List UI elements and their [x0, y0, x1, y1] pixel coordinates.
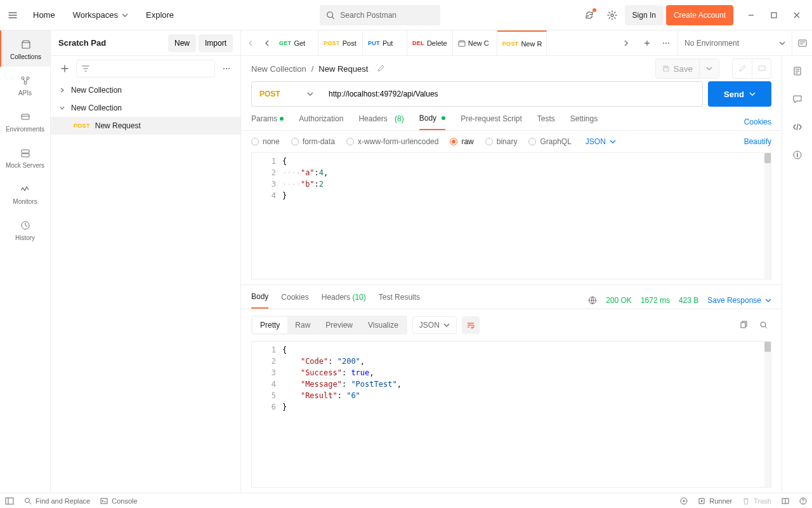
- sidebar-toggle-button[interactable]: [5, 497, 14, 505]
- request-tab[interactable]: PUTPut: [363, 30, 407, 55]
- body-type-raw[interactable]: raw: [450, 137, 473, 146]
- info-button[interactable]: [787, 145, 808, 165]
- tab-settings[interactable]: Settings: [570, 114, 598, 130]
- breadcrumb: New Collection / New Request Save: [241, 56, 782, 81]
- comment-icon-button[interactable]: [752, 59, 771, 78]
- two-pane-button[interactable]: [782, 497, 789, 505]
- documentation-button[interactable]: [787, 61, 808, 81]
- code-snippet-button[interactable]: [787, 117, 808, 137]
- request-tab[interactable]: DELDelete: [407, 30, 453, 55]
- hamburger-menu-button[interactable]: [3, 5, 23, 25]
- trash-button[interactable]: Trash: [742, 497, 771, 505]
- rail-apis[interactable]: APIs: [0, 67, 50, 103]
- response-tab-headers[interactable]: Headers (10): [322, 293, 366, 308]
- rail-history[interactable]: History: [0, 211, 50, 248]
- tab-params[interactable]: Params: [251, 114, 284, 130]
- copy-response-button[interactable]: [736, 318, 751, 333]
- filter-input[interactable]: [76, 60, 215, 77]
- collections-options-button[interactable]: [218, 60, 235, 77]
- runner-button[interactable]: Runner: [698, 497, 732, 505]
- editor-scrollbar[interactable]: [764, 153, 771, 279]
- collection-row[interactable]: New Collection: [51, 99, 240, 117]
- request-body-editor[interactable]: 1234 { ····"a":4, ····"b":2 }: [251, 152, 771, 279]
- tabs-scroll-right[interactable]: [615, 30, 636, 55]
- search-response-button[interactable]: [756, 318, 771, 333]
- body-language-selector[interactable]: JSON: [586, 137, 616, 146]
- response-tab-cookies[interactable]: Cookies: [281, 293, 308, 308]
- tab-tests[interactable]: Tests: [537, 114, 555, 130]
- bootcamp-button[interactable]: [680, 497, 688, 505]
- save-button[interactable]: Save: [656, 59, 699, 78]
- tab-headers[interactable]: Headers (8): [358, 114, 403, 130]
- nav-workspaces[interactable]: Workspaces: [65, 5, 136, 25]
- body-type-none[interactable]: none: [251, 137, 280, 146]
- nav-explore[interactable]: Explore: [138, 5, 181, 25]
- tab-authorization[interactable]: Authorization: [299, 114, 343, 130]
- window-close-button[interactable]: [787, 5, 807, 25]
- global-search-placeholder: Search Postman: [340, 11, 396, 20]
- response-body-editor[interactable]: 123456 { "Code": "200", "Success": true,…: [251, 341, 771, 488]
- rename-button[interactable]: [373, 61, 388, 76]
- svg-rect-16: [799, 40, 806, 46]
- method-selector[interactable]: POST: [251, 81, 321, 107]
- comments-button[interactable]: [787, 89, 808, 109]
- edit-icon-button[interactable]: [733, 59, 752, 78]
- body-type-urlencoded[interactable]: x-www-form-urlencoded: [346, 137, 438, 146]
- tab-prerequest[interactable]: Pre-request Script: [461, 114, 522, 130]
- request-row[interactable]: POST New Request: [51, 117, 240, 135]
- body-type-formdata[interactable]: form-data: [291, 137, 335, 146]
- find-replace-button[interactable]: Find and Replace: [24, 497, 90, 505]
- save-button-group: Save: [655, 58, 719, 79]
- svg-rect-8: [22, 154, 29, 157]
- request-tab[interactable]: POSTNew R: [497, 30, 547, 55]
- sync-button[interactable]: [579, 5, 599, 25]
- tabs-scroll-left-2[interactable]: [261, 30, 274, 55]
- global-search[interactable]: Search Postman: [320, 5, 440, 25]
- response-tab-body[interactable]: Body: [251, 292, 268, 309]
- save-response-button[interactable]: Save Response: [707, 296, 771, 305]
- new-tab-button[interactable]: [638, 34, 656, 52]
- window-maximize-button[interactable]: [764, 5, 784, 25]
- collection-tab[interactable]: New C: [453, 30, 497, 55]
- env-quicklook-button[interactable]: [792, 30, 812, 55]
- view-raw[interactable]: Raw: [287, 317, 318, 333]
- wrap-lines-button[interactable]: [462, 316, 480, 334]
- import-button[interactable]: Import: [199, 34, 233, 52]
- collection-row[interactable]: New Collection: [51, 81, 240, 99]
- create-account-button[interactable]: Create Account: [666, 5, 733, 25]
- nav-home[interactable]: Home: [25, 5, 63, 25]
- view-pretty[interactable]: Pretty: [252, 317, 287, 333]
- help-button[interactable]: [799, 497, 807, 505]
- url-input[interactable]: [321, 81, 703, 107]
- rail-environments[interactable]: Environments: [0, 103, 50, 139]
- tab-options-button[interactable]: [657, 34, 675, 52]
- rail-collections[interactable]: Collections: [0, 30, 50, 67]
- response-tab-tests[interactable]: Test Results: [379, 293, 420, 308]
- sign-in-button[interactable]: Sign In: [625, 5, 664, 25]
- beautify-link[interactable]: Beautify: [744, 137, 771, 146]
- rail-history-label: History: [15, 234, 35, 241]
- response-lang-selector[interactable]: JSON: [412, 316, 457, 334]
- breadcrumb-collection[interactable]: New Collection: [251, 64, 306, 74]
- new-button[interactable]: New: [168, 34, 196, 52]
- console-button[interactable]: Console: [100, 497, 137, 505]
- send-button[interactable]: Send: [708, 81, 771, 107]
- rail-mock-servers[interactable]: Mock Servers: [0, 139, 50, 175]
- rail-monitors[interactable]: Monitors: [0, 175, 50, 211]
- method-badge: DEL: [412, 40, 424, 46]
- window-minimize-button[interactable]: [741, 5, 761, 25]
- body-type-binary[interactable]: binary: [485, 137, 518, 146]
- save-dropdown-button[interactable]: [699, 59, 719, 78]
- tab-body[interactable]: Body: [419, 114, 445, 130]
- settings-button[interactable]: [602, 5, 622, 25]
- editor-scrollbar[interactable]: [764, 342, 771, 487]
- request-tab[interactable]: POSTPost: [318, 30, 363, 55]
- cookies-link[interactable]: Cookies: [744, 117, 771, 126]
- view-preview[interactable]: Preview: [318, 317, 360, 333]
- request-tab[interactable]: GETGet: [274, 30, 318, 55]
- environment-selector[interactable]: No Environment: [678, 30, 792, 55]
- tabs-scroll-left[interactable]: [241, 30, 261, 55]
- create-collection-button[interactable]: [56, 60, 74, 77]
- body-type-graphql[interactable]: GraphQL: [528, 137, 571, 146]
- view-visualize[interactable]: Visualize: [360, 317, 406, 333]
